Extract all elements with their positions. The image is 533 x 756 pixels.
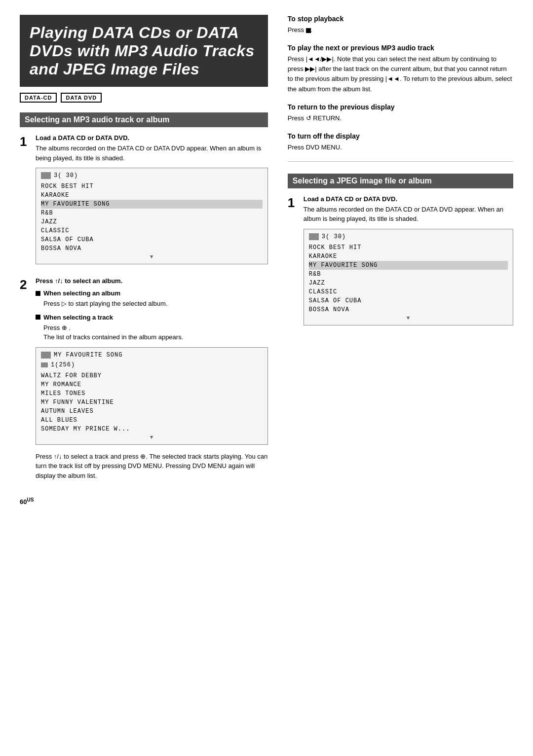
page-layout: Playing DATA CDs or DATA DVDs with MP3 A… bbox=[20, 15, 513, 506]
badge-row: DATA-CD DATA DVD bbox=[20, 93, 268, 103]
right-step1: 1 Load a DATA CD or DATA DVD. The albums… bbox=[288, 195, 513, 332]
screen2-more: ▼ bbox=[41, 434, 263, 440]
screen-right-row-6: SALSA OF CUBA bbox=[309, 296, 508, 305]
sub-step-album-title: When selecting an album bbox=[36, 289, 268, 297]
right-sub2: To play the next or previous MP3 audio t… bbox=[288, 44, 513, 94]
left-column: Playing DATA CDs or DATA DVDs with MP3 A… bbox=[20, 15, 268, 506]
screen-right-icon bbox=[309, 233, 319, 240]
sub-step-album: When selecting an album Press ▷ to start… bbox=[36, 289, 268, 309]
screen2: MY FAVOURITE SONG 1(256) WALTZ FOR DEBBY… bbox=[36, 347, 268, 445]
screen1-row-1: KARAOKE bbox=[41, 191, 263, 200]
sub-step-track-title: When selecting a track bbox=[36, 314, 268, 321]
stop-icon bbox=[306, 28, 311, 33]
step2-footer: Press ↑/↓ to select a track and press ⊕.… bbox=[36, 452, 268, 481]
screen-right-row-2: MY FAVOURITE SONG bbox=[309, 261, 508, 270]
right-sub1: To stop playback Press . bbox=[288, 15, 513, 35]
right-sub4-title: To turn off the display bbox=[288, 132, 513, 140]
screen-right-count: 3( 30) bbox=[322, 233, 346, 240]
right-sub2-body: Press |◄◄/▶▶|. Note that you can select … bbox=[288, 54, 513, 94]
sub-step-album-body: Press ▷ to start playing the selected al… bbox=[43, 299, 268, 309]
screen2-album: MY FAVOURITE SONG bbox=[54, 352, 122, 359]
screen1-row-4: JAZZ bbox=[41, 217, 263, 226]
screen-right: 3( 30) ROCK BEST HIT KARAOKE MY FAVOURIT… bbox=[304, 229, 513, 325]
page-title: Playing DATA CDs or DATA DVDs with MP3 A… bbox=[20, 15, 268, 87]
right-sub1-title: To stop playback bbox=[288, 15, 513, 23]
screen2-row-4: AUTUMN LEAVES bbox=[41, 407, 263, 416]
badge-data-cd: DATA-CD bbox=[20, 93, 57, 103]
step1-body: The albums recorded on the DATA CD or DA… bbox=[36, 144, 268, 163]
screen2-icon bbox=[41, 352, 51, 359]
divider bbox=[288, 161, 513, 162]
right-step1-number: 1 bbox=[288, 195, 299, 332]
right-sub2-title: To play the next or previous MP3 audio t… bbox=[288, 44, 513, 52]
bullet-icon-album bbox=[36, 291, 40, 296]
screen2-row-0: WALTZ FOR DEBBY bbox=[41, 371, 263, 380]
screen2-row-5: ALL BLUES bbox=[41, 416, 263, 425]
screen1-row-3: R&B bbox=[41, 209, 263, 217]
sub-step-track-body1: Press ⊕ . bbox=[43, 323, 268, 333]
bullet-icon-track bbox=[36, 315, 40, 320]
screen-right-row-1: KARAOKE bbox=[309, 252, 508, 261]
screen2-row-2: MILES TONES bbox=[41, 389, 263, 398]
screen-right-more: ▼ bbox=[309, 315, 508, 321]
step2-title: Press ↑/↓ to select an album. bbox=[36, 277, 268, 285]
step2-number: 2 bbox=[20, 277, 31, 485]
screen-right-row-0: ROCK BEST HIT bbox=[309, 243, 508, 252]
screen-right-row-5: CLASSIC bbox=[309, 288, 508, 296]
screen2-row-3: MY FUNNY VALENTINE bbox=[41, 398, 263, 407]
right-column: To stop playback Press . To play the nex… bbox=[288, 15, 513, 506]
screen2-header: MY FAVOURITE SONG bbox=[41, 352, 263, 359]
right-sub3-title: To return to the previous display bbox=[288, 103, 513, 111]
screen1-icon bbox=[41, 172, 51, 179]
step1-content: Load a DATA CD or DATA DVD. The albums r… bbox=[36, 134, 268, 271]
screen-right-header: 3( 30) bbox=[309, 233, 508, 240]
right-step1-content: Load a DATA CD or DATA DVD. The albums r… bbox=[304, 195, 513, 332]
right-sub4-body: Press DVD MENU. bbox=[288, 143, 513, 152]
screen-right-row-3: R&B bbox=[309, 270, 508, 279]
sub-step-track: When selecting a track Press ⊕ . The lis… bbox=[36, 314, 268, 342]
screen2-track-header: 1(256) bbox=[41, 361, 263, 368]
screen1-row-6: SALSA OF CUBA bbox=[41, 235, 263, 244]
screen-right-row-7: BOSSA NOVA bbox=[309, 305, 508, 314]
right-sub3: To return to the previous display Press … bbox=[288, 103, 513, 123]
screen1-row-5: CLASSIC bbox=[41, 226, 263, 235]
step2-content: Press ↑/↓ to select an album. When selec… bbox=[36, 277, 268, 485]
screen2-track-icon bbox=[41, 362, 48, 367]
screen2-track-count: 1(256) bbox=[51, 361, 75, 368]
screen1-row-0: ROCK BEST HIT bbox=[41, 182, 263, 191]
screen1-row-7: BOSSA NOVA bbox=[41, 244, 263, 253]
screen2-row-6: SOMEDAY MY PRINCE W... bbox=[41, 425, 263, 433]
screen1-more: ▼ bbox=[41, 254, 263, 260]
screen1-row-2: MY FAVOURITE SONG bbox=[41, 200, 263, 209]
step1: 1 Load a DATA CD or DATA DVD. The albums… bbox=[20, 134, 268, 271]
screen1: 3( 30) ROCK BEST HIT KARAOKE MY FAVOURIT… bbox=[36, 168, 268, 264]
screen1-count: 3( 30) bbox=[54, 172, 78, 179]
page-number: 60US bbox=[20, 497, 268, 505]
screen1-header: 3( 30) bbox=[41, 172, 263, 179]
right-step1-title: Load a DATA CD or DATA DVD. bbox=[304, 195, 513, 203]
section1-header: Selecting an MP3 audio track or album bbox=[20, 112, 268, 127]
screen-right-row-4: JAZZ bbox=[309, 279, 508, 288]
section2-header: Selecting a JPEG image file or album bbox=[288, 174, 513, 188]
right-step1-body: The albums recorded on the DATA CD or DA… bbox=[304, 205, 513, 224]
right-sub4: To turn off the display Press DVD MENU. bbox=[288, 132, 513, 152]
right-sub1-body: Press . bbox=[288, 25, 513, 35]
step1-title: Load a DATA CD or DATA DVD. bbox=[36, 134, 268, 142]
right-sub3-body: Press ↺ RETURN. bbox=[288, 113, 513, 123]
step1-number: 1 bbox=[20, 134, 31, 271]
sub-step-track-body2: The list of tracks contained in the albu… bbox=[43, 332, 268, 342]
screen2-row-1: MY ROMANCE bbox=[41, 380, 263, 389]
step2: 2 Press ↑/↓ to select an album. When sel… bbox=[20, 277, 268, 485]
badge-data-dvd: DATA DVD bbox=[61, 93, 102, 103]
